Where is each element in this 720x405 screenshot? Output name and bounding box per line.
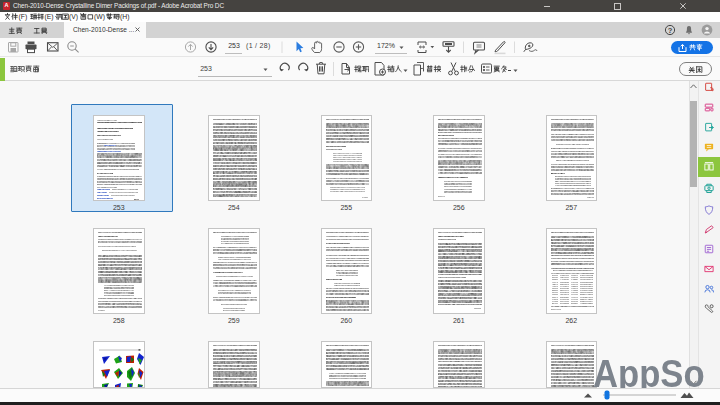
svg-text:?: ?: [668, 25, 673, 34]
